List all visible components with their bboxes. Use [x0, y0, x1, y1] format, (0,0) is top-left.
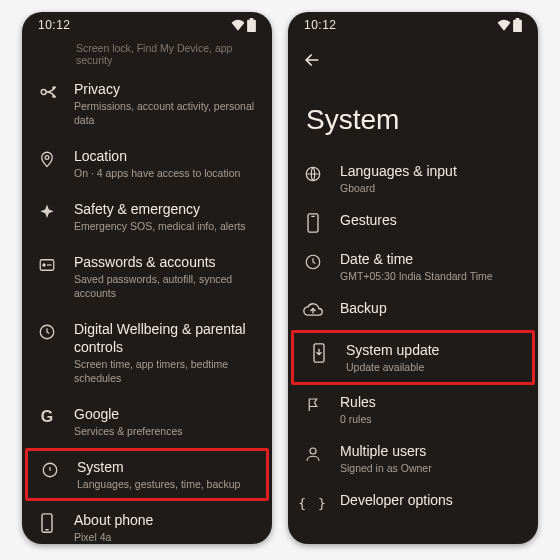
system-update-icon: [308, 342, 330, 364]
item-title: Rules: [340, 393, 524, 411]
item-subtitle: Saved passwords, autofill, synced accoun…: [74, 272, 258, 300]
svg-point-2: [53, 95, 55, 97]
truncated-previous-item: Screen lock, Find My Device, app securit…: [22, 40, 272, 70]
privacy-icon: [36, 81, 58, 103]
item-title: Privacy: [74, 80, 258, 98]
status-icons: [497, 18, 522, 32]
settings-item-passwords[interactable]: Passwords & accounts Saved passwords, au…: [22, 243, 272, 310]
item-title: Backup: [340, 299, 524, 317]
wifi-icon: [231, 19, 245, 31]
rules-icon: [302, 394, 324, 416]
wellbeing-icon: [36, 321, 58, 343]
settings-item-location[interactable]: Location On · 4 apps have access to loca…: [22, 137, 272, 190]
backup-icon: [302, 300, 324, 322]
item-title: System: [77, 458, 255, 476]
google-icon: G: [36, 406, 58, 428]
svg-point-5: [43, 264, 45, 266]
item-subtitle: Permissions, account activity, personal …: [74, 99, 258, 127]
item-subtitle: Emergency SOS, medical info, alerts: [74, 219, 258, 233]
system-item-languages[interactable]: Languages & input Gboard: [288, 154, 538, 203]
item-subtitle: Services & preferences: [74, 424, 258, 438]
system-list[interactable]: System Languages & input Gboard Gestures: [288, 40, 538, 544]
system-settings-screen: 10:12 System Languages & input Gboard G: [288, 12, 538, 544]
about-phone-icon: [36, 512, 58, 534]
battery-icon: [247, 18, 256, 32]
item-subtitle: Gboard: [340, 181, 524, 195]
item-title: About phone: [74, 511, 258, 529]
status-bar: 10:12: [288, 12, 538, 34]
item-title: Passwords & accounts: [74, 253, 258, 271]
system-item-developer-options[interactable]: { } Developer options: [288, 483, 538, 522]
item-title: Digital Wellbeing & parental controls: [74, 320, 258, 356]
passwords-icon: [36, 254, 58, 276]
settings-item-about[interactable]: About phone Pixel 4a: [22, 501, 272, 544]
system-item-multiple-users[interactable]: Multiple users Signed in as Owner: [288, 434, 538, 483]
status-time: 10:12: [304, 18, 337, 32]
safety-icon: [36, 201, 58, 223]
settings-main-screen: 10:12 Screen lock, Find My Device, app s…: [22, 12, 272, 544]
developer-icon: { }: [302, 492, 324, 514]
back-arrow-icon: [302, 50, 322, 70]
status-bar: 10:12: [22, 12, 272, 34]
svg-point-14: [310, 448, 316, 454]
battery-icon: [513, 18, 522, 32]
item-subtitle: Pixel 4a: [74, 530, 258, 544]
system-item-backup[interactable]: Backup: [288, 291, 538, 330]
item-title: Safety & emergency: [74, 200, 258, 218]
item-title: Gestures: [340, 211, 524, 229]
item-subtitle: GMT+05:30 India Standard Time: [340, 269, 524, 283]
settings-item-safety[interactable]: Safety & emergency Emergency SOS, medica…: [22, 190, 272, 243]
item-subtitle: On · 4 apps have access to location: [74, 166, 258, 180]
page-title: System: [288, 74, 538, 154]
system-item-update[interactable]: System update Update available: [291, 330, 535, 385]
globe-icon: [302, 163, 324, 185]
system-item-gestures[interactable]: Gestures: [288, 203, 538, 242]
item-subtitle: Signed in as Owner: [340, 461, 524, 475]
users-icon: [302, 443, 324, 465]
settings-item-google[interactable]: G Google Services & preferences: [22, 395, 272, 448]
back-button[interactable]: [288, 40, 538, 74]
location-icon: [36, 148, 58, 170]
status-icons: [231, 18, 256, 32]
system-icon: [39, 459, 61, 481]
settings-item-wellbeing[interactable]: Digital Wellbeing & parental controls Sc…: [22, 310, 272, 395]
status-time: 10:12: [38, 18, 71, 32]
item-title: Developer options: [340, 491, 524, 509]
item-subtitle: Screen time, app timers, bedtime schedul…: [74, 357, 258, 385]
wifi-icon: [497, 19, 511, 31]
settings-list[interactable]: Screen lock, Find My Device, app securit…: [22, 40, 272, 544]
item-title: Date & time: [340, 250, 524, 268]
system-item-rules[interactable]: Rules 0 rules: [288, 385, 538, 434]
svg-point-0: [41, 90, 46, 95]
item-title: Google: [74, 405, 258, 423]
settings-item-privacy[interactable]: Privacy Permissions, account activity, p…: [22, 70, 272, 137]
svg-point-1: [53, 87, 55, 89]
item-subtitle: Update available: [346, 360, 518, 374]
settings-item-system[interactable]: System Languages, gestures, time, backup: [25, 448, 269, 501]
system-item-date-time[interactable]: Date & time GMT+05:30 India Standard Tim…: [288, 242, 538, 291]
item-title: Location: [74, 147, 258, 165]
item-subtitle: 0 rules: [340, 412, 524, 426]
item-title: Languages & input: [340, 162, 524, 180]
item-title: System update: [346, 341, 518, 359]
item-title: Multiple users: [340, 442, 524, 460]
svg-point-3: [45, 156, 49, 160]
clock-icon: [302, 251, 324, 273]
item-subtitle: Languages, gestures, time, backup: [77, 477, 255, 491]
gestures-icon: [302, 212, 324, 234]
